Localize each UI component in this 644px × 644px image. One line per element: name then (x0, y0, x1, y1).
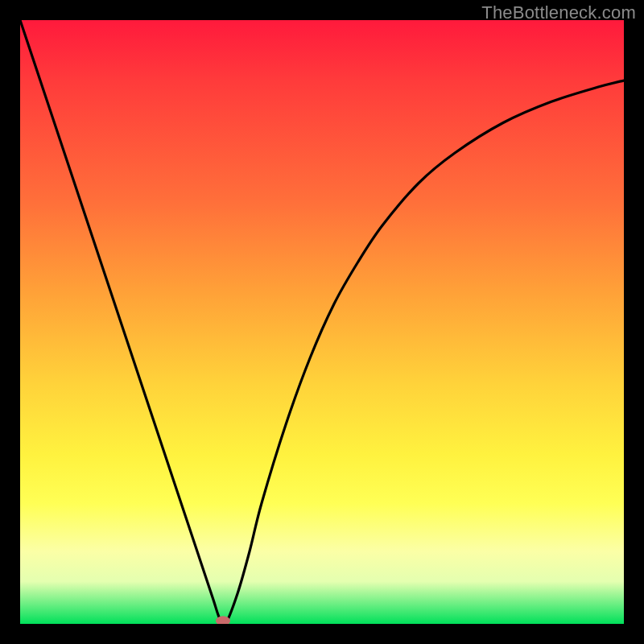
curve-svg (20, 20, 624, 624)
bottleneck-curve (20, 20, 624, 624)
chart-frame: TheBottleneck.com (0, 0, 644, 644)
plot-area (20, 20, 624, 624)
